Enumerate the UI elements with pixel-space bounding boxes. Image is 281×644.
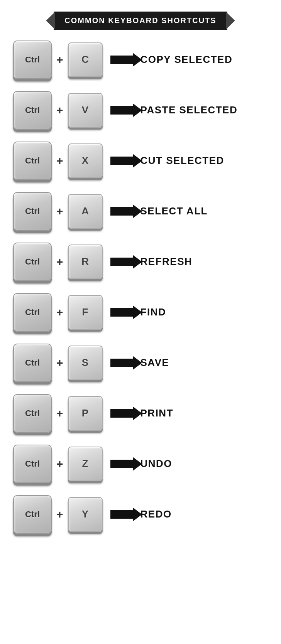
plus-sign-6: + <box>56 356 63 369</box>
shortcut-action-6: SAVE <box>140 357 268 369</box>
ctrl-label-3: Ctrl <box>25 206 40 216</box>
shortcut-row: Ctrl + Y REDO <box>13 492 268 536</box>
shortcut-row: Ctrl + C COPY SELECTED <box>13 37 268 82</box>
ctrl-label-2: Ctrl <box>25 156 40 166</box>
shortcut-action-0: COPY SELECTED <box>140 54 268 66</box>
letter-label-9: Y <box>82 508 88 520</box>
shortcut-row: Ctrl + R REFRESH <box>13 239 268 284</box>
shortcut-action-3: SELECT ALL <box>140 205 268 217</box>
shortcut-action-4: REFRESH <box>140 256 268 268</box>
letter-label-8: Z <box>82 458 88 470</box>
arrow-4 <box>110 258 134 266</box>
ctrl-label-0: Ctrl <box>25 55 40 65</box>
letter-label-3: A <box>81 205 89 217</box>
shortcut-row: Ctrl + A SELECT ALL <box>13 189 268 233</box>
letter-key-2: X <box>68 143 103 178</box>
ctrl-key-4: Ctrl <box>13 243 52 281</box>
ctrl-key-0: Ctrl <box>13 40 52 79</box>
arrow-9 <box>110 510 134 519</box>
shortcut-row: Ctrl + P PRINT <box>13 391 268 435</box>
letter-key-4: R <box>68 244 103 279</box>
letter-key-1: V <box>68 93 103 128</box>
ctrl-label-6: Ctrl <box>25 358 40 368</box>
shortcut-action-7: PRINT <box>140 407 268 419</box>
shortcut-action-1: PASTE SELECTED <box>140 104 268 116</box>
arrow-7 <box>110 409 134 418</box>
plus-sign-2: + <box>56 154 63 167</box>
arrow-shape-9 <box>110 510 134 519</box>
arrow-shape-2 <box>110 157 134 165</box>
ctrl-key-2: Ctrl <box>13 142 52 180</box>
shortcut-action-9: REDO <box>140 508 268 520</box>
arrow-shape-4 <box>110 258 134 266</box>
arrow-8 <box>110 460 134 468</box>
shortcut-action-5: FIND <box>140 306 268 318</box>
letter-key-6: S <box>68 346 103 380</box>
letter-label-0: C <box>81 54 89 66</box>
letter-label-7: P <box>82 407 88 419</box>
arrow-2 <box>110 157 134 165</box>
ctrl-key-6: Ctrl <box>13 344 52 382</box>
plus-sign-1: + <box>56 104 63 117</box>
letter-key-8: Z <box>68 447 103 481</box>
ctrl-key-8: Ctrl <box>13 445 52 483</box>
ctrl-key-7: Ctrl <box>13 394 52 433</box>
page: COMMON KEYBOARD SHORTCUTS Ctrl + C COPY … <box>0 0 281 644</box>
plus-sign-8: + <box>56 457 63 470</box>
arrow-5 <box>110 308 134 317</box>
letter-key-9: Y <box>68 497 103 532</box>
letter-label-2: X <box>82 155 88 167</box>
arrow-6 <box>110 359 134 367</box>
ctrl-label-9: Ctrl <box>25 509 40 519</box>
plus-sign-4: + <box>56 255 63 268</box>
shortcut-row: Ctrl + Z UNDO <box>13 442 268 486</box>
arrow-shape-1 <box>110 106 134 115</box>
ctrl-label-4: Ctrl <box>25 257 40 267</box>
title-banner: COMMON KEYBOARD SHORTCUTS <box>8 12 273 30</box>
arrow-3 <box>110 207 134 216</box>
plus-sign-5: + <box>56 306 63 319</box>
arrow-shape-0 <box>110 56 134 64</box>
page-title: COMMON KEYBOARD SHORTCUTS <box>64 16 216 25</box>
arrow-shape-7 <box>110 409 134 418</box>
ctrl-key-3: Ctrl <box>13 192 52 231</box>
shortcut-row: Ctrl + S SAVE <box>13 341 268 385</box>
ctrl-label-8: Ctrl <box>25 459 40 469</box>
arrow-shape-6 <box>110 359 134 367</box>
shortcut-row: Ctrl + V PASTE SELECTED <box>13 88 268 132</box>
letter-key-3: A <box>68 194 103 229</box>
shortcuts-list: Ctrl + C COPY SELECTED Ctrl + V PASTE SE… <box>9 37 272 536</box>
shortcut-row: Ctrl + F FIND <box>13 290 268 334</box>
arrow-1 <box>110 106 134 115</box>
ctrl-label-5: Ctrl <box>25 307 40 317</box>
ctrl-key-1: Ctrl <box>13 91 52 130</box>
letter-label-1: V <box>82 104 88 116</box>
shortcut-action-2: CUT SELECTED <box>140 155 268 167</box>
shortcut-action-8: UNDO <box>140 458 268 470</box>
plus-sign-3: + <box>56 205 63 218</box>
ctrl-key-5: Ctrl <box>13 293 52 332</box>
plus-sign-0: + <box>56 53 63 66</box>
letter-label-4: R <box>81 256 89 268</box>
ctrl-key-9: Ctrl <box>13 495 52 534</box>
ctrl-label-7: Ctrl <box>25 408 40 418</box>
shortcut-row: Ctrl + X CUT SELECTED <box>13 138 268 183</box>
arrow-shape-8 <box>110 460 134 468</box>
letter-key-0: C <box>68 42 103 77</box>
plus-sign-7: + <box>56 407 63 420</box>
arrow-shape-5 <box>110 308 134 317</box>
arrow-0 <box>110 56 134 64</box>
letter-label-5: F <box>82 306 88 318</box>
plus-sign-9: + <box>56 508 63 521</box>
arrow-shape-3 <box>110 207 134 216</box>
letter-key-5: F <box>68 295 103 330</box>
ctrl-label-1: Ctrl <box>25 105 40 115</box>
letter-label-6: S <box>82 357 88 369</box>
banner-background: COMMON KEYBOARD SHORTCUTS <box>54 12 227 30</box>
letter-key-7: P <box>68 396 103 431</box>
